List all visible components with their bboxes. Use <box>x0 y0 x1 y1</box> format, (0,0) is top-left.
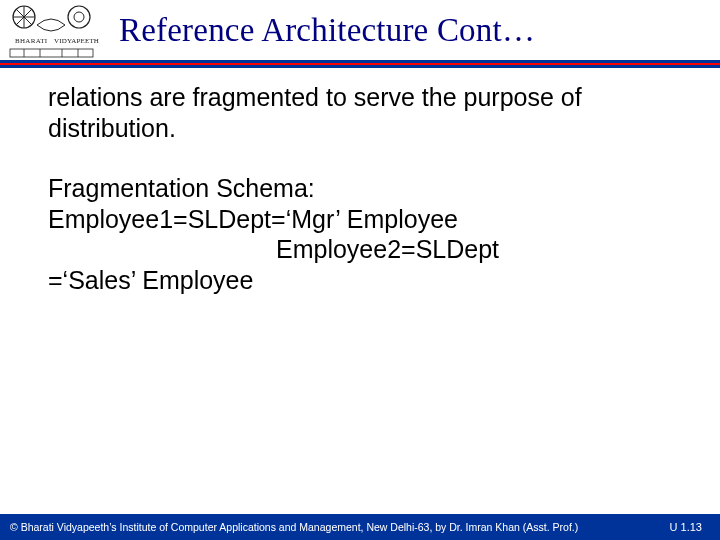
slide-body: relations are fragmented to serve the pu… <box>0 68 720 295</box>
frag-schema-line-1: Employee1=SLDept=‘Mgr’ Employee <box>48 204 690 235</box>
frag-schema-heading: Fragmentation Schema: <box>48 173 690 204</box>
footer-copyright: © Bharati Vidyapeeth’s Institute of Comp… <box>10 521 578 533</box>
svg-text:VIDYAPEETH: VIDYAPEETH <box>54 37 99 45</box>
footer-pager: U 1.13 <box>670 521 702 533</box>
frag-schema-line-3: =‘Sales’ Employee <box>48 265 690 296</box>
institution-logo: BHARATI VIDYAPEETH <box>4 3 99 59</box>
paragraph-2: Fragmentation Schema: Employee1=SLDept=‘… <box>48 173 690 295</box>
slide-title: Reference Architecture Cont… <box>119 12 535 49</box>
paragraph-1: relations are fragmented to serve the pu… <box>48 82 690 143</box>
title-bar: BHARATI VIDYAPEETH Reference Architectur… <box>0 0 720 60</box>
divider <box>0 60 720 68</box>
svg-text:BHARATI: BHARATI <box>15 37 48 45</box>
emblem-icon: BHARATI VIDYAPEETH <box>4 3 99 59</box>
frag-schema-line-2: Employee2=SLDept <box>48 234 690 265</box>
slide: BHARATI VIDYAPEETH Reference Architectur… <box>0 0 720 540</box>
footer-bar: © Bharati Vidyapeeth’s Institute of Comp… <box>0 514 720 540</box>
